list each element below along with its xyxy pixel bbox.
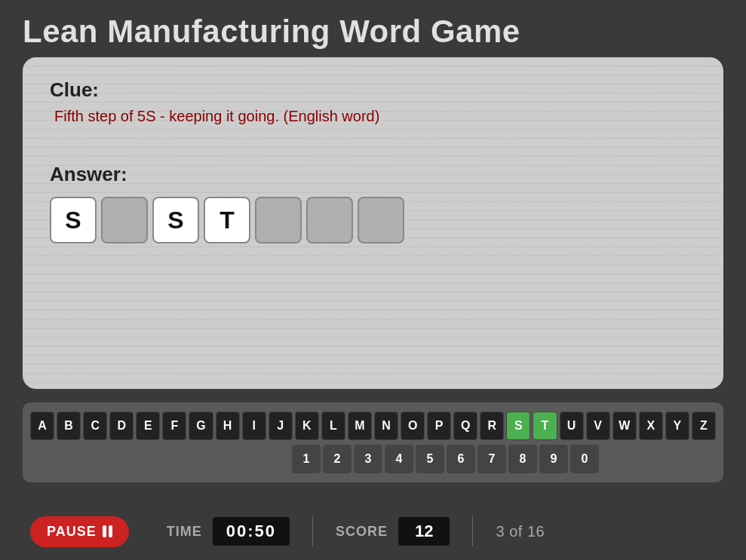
key-o[interactable]: O bbox=[401, 412, 425, 440]
bottom-bar: PAUSE TIME 00:50 SCORE 12 3 of 16 bbox=[0, 503, 746, 560]
key-d[interactable]: D bbox=[109, 412, 134, 440]
game-panel: Clue: Fifth step of 5S - keeping it goin… bbox=[23, 57, 723, 389]
answer-tile-0[interactable]: S bbox=[50, 197, 97, 243]
key-t[interactable]: T bbox=[533, 412, 557, 440]
key-e[interactable]: E bbox=[136, 412, 160, 440]
num-row: 1234567890 bbox=[30, 445, 716, 473]
key-n[interactable]: N bbox=[374, 412, 398, 440]
key-num-9[interactable]: 9 bbox=[539, 445, 568, 473]
key-b[interactable]: B bbox=[57, 412, 81, 440]
key-num-2[interactable]: 2 bbox=[323, 445, 352, 473]
answer-tile-1[interactable] bbox=[101, 197, 148, 243]
key-num-4[interactable]: 4 bbox=[385, 445, 413, 473]
time-value: 00:50 bbox=[213, 517, 290, 546]
answer-tile-4[interactable] bbox=[255, 197, 302, 243]
score-label: SCORE bbox=[336, 524, 388, 540]
key-w[interactable]: W bbox=[612, 412, 637, 440]
key-u[interactable]: U bbox=[560, 412, 584, 440]
key-g[interactable]: G bbox=[189, 412, 213, 440]
key-c[interactable]: C bbox=[83, 412, 107, 440]
pause-button[interactable]: PAUSE bbox=[30, 516, 129, 547]
answer-tile-2[interactable]: S bbox=[152, 197, 199, 243]
key-num-1[interactable]: 1 bbox=[292, 445, 321, 473]
key-r[interactable]: R bbox=[480, 412, 504, 440]
alpha-row: ABCDEFGHIJKLMNOPQRSTUVWXYZ bbox=[30, 412, 716, 440]
time-label: TIME bbox=[167, 524, 202, 540]
key-v[interactable]: V bbox=[586, 412, 610, 440]
answer-tiles: SST bbox=[50, 197, 696, 243]
pause-label: PAUSE bbox=[47, 524, 97, 540]
key-z[interactable]: Z bbox=[692, 412, 716, 440]
key-q[interactable]: Q bbox=[453, 412, 477, 440]
key-x[interactable]: X bbox=[639, 412, 663, 440]
divider-1 bbox=[312, 516, 313, 546]
key-l[interactable]: L bbox=[321, 412, 345, 440]
key-m[interactable]: M bbox=[348, 412, 372, 440]
key-num-8[interactable]: 8 bbox=[508, 445, 537, 473]
key-p[interactable]: P bbox=[427, 412, 451, 440]
key-f[interactable]: F bbox=[162, 412, 186, 440]
pause-icon bbox=[103, 525, 112, 537]
key-i[interactable]: I bbox=[242, 412, 266, 440]
key-num-0[interactable]: 0 bbox=[570, 445, 599, 473]
key-a[interactable]: A bbox=[30, 412, 54, 440]
key-k[interactable]: K bbox=[295, 412, 319, 440]
page-title: Lean Manufacturing Word Game bbox=[0, 0, 746, 57]
key-num-5[interactable]: 5 bbox=[416, 445, 444, 473]
score-section: SCORE 12 bbox=[336, 517, 450, 546]
answer-tile-3[interactable]: T bbox=[204, 197, 250, 243]
keyboard-section: ABCDEFGHIJKLMNOPQRSTUVWXYZ 1234567890 bbox=[23, 402, 723, 482]
time-section: TIME 00:50 bbox=[167, 517, 290, 546]
divider-2 bbox=[472, 516, 473, 546]
key-h[interactable]: H bbox=[216, 412, 240, 440]
key-s[interactable]: S bbox=[506, 412, 530, 440]
score-value: 12 bbox=[398, 517, 450, 546]
progress-text: 3 of 16 bbox=[496, 523, 545, 540]
key-num-7[interactable]: 7 bbox=[477, 445, 506, 473]
answer-label: Answer: bbox=[50, 163, 696, 186]
clue-label: Clue: bbox=[50, 78, 696, 102]
key-y[interactable]: Y bbox=[665, 412, 689, 440]
key-num-3[interactable]: 3 bbox=[354, 445, 382, 473]
answer-tile-5[interactable] bbox=[306, 197, 353, 243]
key-num-6[interactable]: 6 bbox=[447, 445, 475, 473]
answer-tile-6[interactable] bbox=[358, 197, 404, 243]
key-j[interactable]: J bbox=[269, 412, 293, 440]
clue-text: Fifth step of 5S - keeping it going. (En… bbox=[54, 108, 696, 125]
